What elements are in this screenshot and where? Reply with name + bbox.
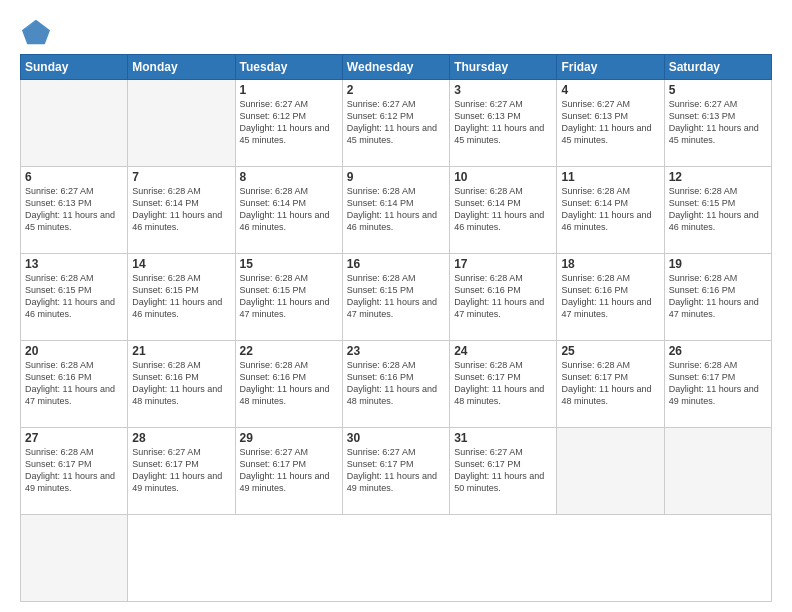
day-info: Sunrise: 6:28 AM Sunset: 6:14 PM Dayligh… bbox=[132, 185, 230, 234]
day-info: Sunrise: 6:27 AM Sunset: 6:13 PM Dayligh… bbox=[454, 98, 552, 147]
day-cell-27: 27Sunrise: 6:28 AM Sunset: 6:17 PM Dayli… bbox=[21, 428, 128, 515]
day-number: 19 bbox=[669, 257, 767, 271]
day-info: Sunrise: 6:28 AM Sunset: 6:16 PM Dayligh… bbox=[561, 272, 659, 321]
calendar-row: 20Sunrise: 6:28 AM Sunset: 6:16 PM Dayli… bbox=[21, 341, 772, 428]
empty-day-cell bbox=[557, 428, 664, 515]
day-info: Sunrise: 6:28 AM Sunset: 6:17 PM Dayligh… bbox=[454, 359, 552, 408]
day-cell-29: 29Sunrise: 6:27 AM Sunset: 6:17 PM Dayli… bbox=[235, 428, 342, 515]
day-info: Sunrise: 6:28 AM Sunset: 6:14 PM Dayligh… bbox=[240, 185, 338, 234]
weekday-saturday: Saturday bbox=[664, 55, 771, 80]
day-info: Sunrise: 6:28 AM Sunset: 6:15 PM Dayligh… bbox=[132, 272, 230, 321]
day-number: 4 bbox=[561, 83, 659, 97]
weekday-tuesday: Tuesday bbox=[235, 55, 342, 80]
day-info: Sunrise: 6:28 AM Sunset: 6:14 PM Dayligh… bbox=[561, 185, 659, 234]
day-number: 8 bbox=[240, 170, 338, 184]
day-cell-19: 19Sunrise: 6:28 AM Sunset: 6:16 PM Dayli… bbox=[664, 254, 771, 341]
day-info: Sunrise: 6:28 AM Sunset: 6:17 PM Dayligh… bbox=[669, 359, 767, 408]
day-cell-3: 3Sunrise: 6:27 AM Sunset: 6:13 PM Daylig… bbox=[450, 80, 557, 167]
day-cell-21: 21Sunrise: 6:28 AM Sunset: 6:16 PM Dayli… bbox=[128, 341, 235, 428]
day-number: 14 bbox=[132, 257, 230, 271]
day-cell-7: 7Sunrise: 6:28 AM Sunset: 6:14 PM Daylig… bbox=[128, 167, 235, 254]
day-number: 1 bbox=[240, 83, 338, 97]
day-cell-30: 30Sunrise: 6:27 AM Sunset: 6:17 PM Dayli… bbox=[342, 428, 449, 515]
day-cell-14: 14Sunrise: 6:28 AM Sunset: 6:15 PM Dayli… bbox=[128, 254, 235, 341]
weekday-thursday: Thursday bbox=[450, 55, 557, 80]
day-number: 5 bbox=[669, 83, 767, 97]
day-number: 24 bbox=[454, 344, 552, 358]
day-info: Sunrise: 6:28 AM Sunset: 6:15 PM Dayligh… bbox=[240, 272, 338, 321]
day-number: 25 bbox=[561, 344, 659, 358]
day-number: 23 bbox=[347, 344, 445, 358]
day-number: 15 bbox=[240, 257, 338, 271]
day-cell-22: 22Sunrise: 6:28 AM Sunset: 6:16 PM Dayli… bbox=[235, 341, 342, 428]
day-cell-12: 12Sunrise: 6:28 AM Sunset: 6:15 PM Dayli… bbox=[664, 167, 771, 254]
empty-day-cell bbox=[21, 515, 128, 602]
calendar-row bbox=[21, 515, 772, 602]
calendar-row: 13Sunrise: 6:28 AM Sunset: 6:15 PM Dayli… bbox=[21, 254, 772, 341]
day-cell-25: 25Sunrise: 6:28 AM Sunset: 6:17 PM Dayli… bbox=[557, 341, 664, 428]
weekday-friday: Friday bbox=[557, 55, 664, 80]
day-number: 10 bbox=[454, 170, 552, 184]
day-number: 11 bbox=[561, 170, 659, 184]
day-number: 16 bbox=[347, 257, 445, 271]
day-number: 21 bbox=[132, 344, 230, 358]
day-number: 2 bbox=[347, 83, 445, 97]
weekday-wednesday: Wednesday bbox=[342, 55, 449, 80]
day-info: Sunrise: 6:27 AM Sunset: 6:13 PM Dayligh… bbox=[25, 185, 123, 234]
day-cell-13: 13Sunrise: 6:28 AM Sunset: 6:15 PM Dayli… bbox=[21, 254, 128, 341]
day-info: Sunrise: 6:28 AM Sunset: 6:16 PM Dayligh… bbox=[347, 359, 445, 408]
calendar-row: 27Sunrise: 6:28 AM Sunset: 6:17 PM Dayli… bbox=[21, 428, 772, 515]
day-number: 27 bbox=[25, 431, 123, 445]
day-number: 20 bbox=[25, 344, 123, 358]
calendar-row: 1Sunrise: 6:27 AM Sunset: 6:12 PM Daylig… bbox=[21, 80, 772, 167]
day-info: Sunrise: 6:28 AM Sunset: 6:16 PM Dayligh… bbox=[669, 272, 767, 321]
day-cell-4: 4Sunrise: 6:27 AM Sunset: 6:13 PM Daylig… bbox=[557, 80, 664, 167]
day-cell-5: 5Sunrise: 6:27 AM Sunset: 6:13 PM Daylig… bbox=[664, 80, 771, 167]
day-number: 9 bbox=[347, 170, 445, 184]
day-info: Sunrise: 6:28 AM Sunset: 6:14 PM Dayligh… bbox=[347, 185, 445, 234]
day-number: 12 bbox=[669, 170, 767, 184]
day-info: Sunrise: 6:27 AM Sunset: 6:12 PM Dayligh… bbox=[240, 98, 338, 147]
day-info: Sunrise: 6:27 AM Sunset: 6:13 PM Dayligh… bbox=[669, 98, 767, 147]
svg-marker-0 bbox=[22, 20, 50, 45]
page: SundayMondayTuesdayWednesdayThursdayFrid… bbox=[0, 0, 792, 612]
day-info: Sunrise: 6:28 AM Sunset: 6:15 PM Dayligh… bbox=[347, 272, 445, 321]
day-cell-17: 17Sunrise: 6:28 AM Sunset: 6:16 PM Dayli… bbox=[450, 254, 557, 341]
day-info: Sunrise: 6:28 AM Sunset: 6:14 PM Dayligh… bbox=[454, 185, 552, 234]
empty-day-cell bbox=[128, 80, 235, 167]
day-number: 3 bbox=[454, 83, 552, 97]
day-info: Sunrise: 6:27 AM Sunset: 6:17 PM Dayligh… bbox=[240, 446, 338, 495]
day-cell-16: 16Sunrise: 6:28 AM Sunset: 6:15 PM Dayli… bbox=[342, 254, 449, 341]
day-number: 30 bbox=[347, 431, 445, 445]
calendar-row: 6Sunrise: 6:27 AM Sunset: 6:13 PM Daylig… bbox=[21, 167, 772, 254]
logo bbox=[20, 18, 56, 46]
day-cell-9: 9Sunrise: 6:28 AM Sunset: 6:14 PM Daylig… bbox=[342, 167, 449, 254]
calendar-table: SundayMondayTuesdayWednesdayThursdayFrid… bbox=[20, 54, 772, 602]
day-info: Sunrise: 6:28 AM Sunset: 6:17 PM Dayligh… bbox=[561, 359, 659, 408]
day-number: 31 bbox=[454, 431, 552, 445]
weekday-sunday: Sunday bbox=[21, 55, 128, 80]
day-cell-23: 23Sunrise: 6:28 AM Sunset: 6:16 PM Dayli… bbox=[342, 341, 449, 428]
day-info: Sunrise: 6:28 AM Sunset: 6:15 PM Dayligh… bbox=[25, 272, 123, 321]
day-number: 22 bbox=[240, 344, 338, 358]
day-number: 29 bbox=[240, 431, 338, 445]
day-cell-31: 31Sunrise: 6:27 AM Sunset: 6:17 PM Dayli… bbox=[450, 428, 557, 515]
day-cell-2: 2Sunrise: 6:27 AM Sunset: 6:12 PM Daylig… bbox=[342, 80, 449, 167]
day-number: 26 bbox=[669, 344, 767, 358]
empty-day-cell bbox=[664, 428, 771, 515]
day-cell-20: 20Sunrise: 6:28 AM Sunset: 6:16 PM Dayli… bbox=[21, 341, 128, 428]
header bbox=[20, 18, 772, 46]
day-number: 6 bbox=[25, 170, 123, 184]
day-info: Sunrise: 6:27 AM Sunset: 6:17 PM Dayligh… bbox=[132, 446, 230, 495]
day-info: Sunrise: 6:27 AM Sunset: 6:17 PM Dayligh… bbox=[454, 446, 552, 495]
day-number: 28 bbox=[132, 431, 230, 445]
day-number: 13 bbox=[25, 257, 123, 271]
day-info: Sunrise: 6:28 AM Sunset: 6:17 PM Dayligh… bbox=[25, 446, 123, 495]
weekday-monday: Monday bbox=[128, 55, 235, 80]
logo-icon bbox=[20, 18, 52, 46]
day-info: Sunrise: 6:27 AM Sunset: 6:17 PM Dayligh… bbox=[347, 446, 445, 495]
day-number: 17 bbox=[454, 257, 552, 271]
day-cell-1: 1Sunrise: 6:27 AM Sunset: 6:12 PM Daylig… bbox=[235, 80, 342, 167]
day-number: 7 bbox=[132, 170, 230, 184]
day-cell-28: 28Sunrise: 6:27 AM Sunset: 6:17 PM Dayli… bbox=[128, 428, 235, 515]
